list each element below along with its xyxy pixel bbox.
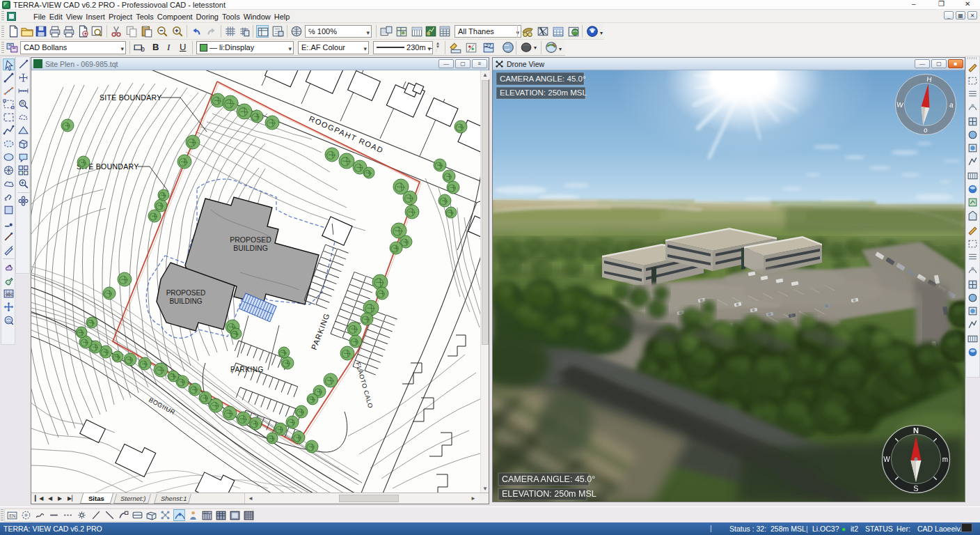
svg-text:ELEVATION: 250m MSL: ELEVATION: 250m MSL [500, 88, 587, 97]
svg-text:S: S [913, 484, 918, 493]
svg-text:CAMERA ANGLE: 45.0°: CAMERA ANGLE: 45.0° [500, 75, 586, 83]
svg-text:PROPOSED: PROPOSED [166, 289, 206, 297]
svg-text:BUILDING: BUILDING [233, 244, 268, 252]
svg-text:BUILDING: BUILDING [169, 297, 202, 305]
svg-text:PROPOSED: PROPOSED [230, 235, 271, 244]
svg-text:b: b [141, 45, 145, 53]
svg-text:SITE BOUNDARY: SITE BOUNDARY [100, 93, 161, 102]
svg-text:N: N [913, 426, 919, 435]
svg-text:123: 123 [203, 511, 209, 514]
svg-text:PARKING: PARKING [230, 366, 264, 373]
svg-text:EN: EN [9, 513, 15, 518]
svg-text:27: 27 [486, 42, 492, 49]
svg-text:CAMERA ANGLE: 45.0°: CAMERA ANGLE: 45.0° [502, 474, 595, 484]
svg-text:H: H [926, 75, 933, 84]
svg-text:ELEVATION: 250m MSL: ELEVATION: 250m MSL [502, 489, 596, 499]
svg-text:W: W [883, 456, 890, 463]
svg-text:R: R [21, 101, 24, 106]
svg-text:abc: abc [6, 292, 13, 297]
svg-text:m: m [942, 456, 948, 463]
